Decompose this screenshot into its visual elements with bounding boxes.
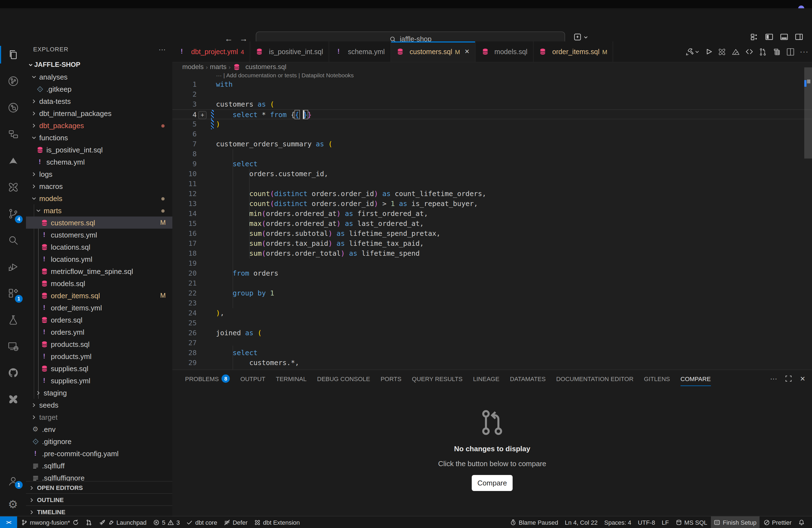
compare-button[interactable]: Compare	[472, 475, 512, 491]
tab-models-sql[interactable]: models.sql	[476, 41, 534, 62]
status-dbt-core[interactable]: dbt core	[184, 516, 220, 528]
tree-item-products-yml[interactable]: !products.yml	[26, 350, 172, 362]
panel-tab-problems[interactable]: PROBLEMS8	[185, 370, 230, 387]
tab-schema-yml[interactable]: !schema.yml	[329, 41, 391, 62]
tree-item-supplies-sql[interactable]: supplies.sql	[26, 362, 172, 375]
editor-scrollbar[interactable]	[804, 62, 812, 369]
section-open-editors[interactable]: OPEN EDITORS	[26, 481, 172, 494]
activity-item-run-and-debug[interactable]	[0, 253, 26, 280]
tab-order-items-sql[interactable]: order_items.sqlM	[534, 41, 613, 62]
panel-more-icon[interactable]: ···	[770, 375, 777, 383]
tab-is-positive-int-sql[interactable]: is_positive_int.sql	[250, 41, 329, 62]
tree-item-staging[interactable]: staging	[26, 386, 172, 399]
panel-tab-terminal[interactable]: TERMINAL	[276, 370, 307, 387]
panel-tab-datamates[interactable]: DATAMATES	[510, 370, 546, 387]
code-line-17[interactable]: 17 sum(orders.tax_paid) as lifetime_tax_…	[172, 239, 812, 249]
activity-item-dbt-lineage-view[interactable]	[0, 68, 26, 94]
tree-item-locations-yml[interactable]: !locations.yml	[26, 253, 172, 265]
activity-item-datapilot-view[interactable]	[0, 147, 26, 174]
tree-item--gitkeep[interactable]: .gitkeep	[26, 83, 172, 95]
panel-tab-lineage[interactable]: LINEAGE	[473, 370, 499, 387]
customize-layout-icon[interactable]	[750, 33, 758, 41]
code-line-10[interactable]: 10 orders.customer_id,	[172, 169, 812, 179]
toggle-primary-sidebar-icon[interactable]	[765, 33, 773, 41]
status-language-mode[interactable]: MS SQL	[673, 516, 710, 528]
status-encoding[interactable]: UTF-8	[635, 516, 658, 528]
tree-item-orders-sql[interactable]: orders.sql	[26, 314, 172, 326]
tree-item--sqlfluff[interactable]: .sqlfluff	[26, 459, 172, 472]
run-icon[interactable]	[704, 47, 713, 56]
tree-item-data-tests[interactable]: data-tests	[26, 95, 172, 107]
code-line-15[interactable]: 15 max(orders.ordered_at) as last_ordere…	[172, 219, 812, 229]
code-line-20[interactable]: 20 from orders	[172, 268, 812, 278]
toggle-secondary-sidebar-icon[interactable]	[795, 33, 803, 41]
activity-item-settings[interactable]: ⚙	[0, 493, 26, 516]
add-action-icon[interactable]: +	[198, 111, 207, 119]
panel-tab-documentation-editor[interactable]: DOCUMENTATION EDITOR	[556, 370, 634, 387]
tree-item--gitignore[interactable]: .gitignore	[26, 435, 172, 448]
more-actions-icon[interactable]: ···	[800, 47, 809, 56]
tree-item-target[interactable]: target	[26, 411, 172, 423]
code-line-22[interactable]: 22 group by 1	[172, 288, 812, 298]
tree-item-orders-yml[interactable]: !orders.yml	[26, 326, 172, 338]
tree-item-products-sql[interactable]: products.sql	[26, 338, 172, 350]
git-compare-action-icon[interactable]	[758, 47, 767, 56]
activity-item-remote-explorer[interactable]	[0, 333, 26, 360]
build-hammer-icon[interactable]	[685, 47, 699, 56]
code-line-23[interactable]: 23	[172, 298, 812, 308]
status-indentation[interactable]: Spaces: 4	[601, 516, 634, 528]
code-line-8[interactable]: 8	[172, 149, 812, 159]
tree-item--sqlfluffignore[interactable]: .sqlfluffignore	[26, 472, 172, 481]
activity-item-explorer[interactable]	[0, 41, 26, 68]
tree-item-locations-sql[interactable]: locations.sql	[26, 241, 172, 253]
tree-item-order-items-sql[interactable]: order_items.sqlM	[26, 289, 172, 302]
tree-item-schema-yml[interactable]: !schema.yml	[26, 156, 172, 168]
breadcrumb-item[interactable]: marts	[210, 63, 227, 71]
panel-tab-compare[interactable]: COMPARE	[681, 370, 711, 387]
status-notifications[interactable]	[795, 516, 808, 528]
code-line-16[interactable]: 16 sum(orders.subtotal) as lifetime_spen…	[172, 229, 812, 239]
code-line-2[interactable]: 2	[172, 89, 812, 99]
code-line-19[interactable]: 19	[172, 259, 812, 268]
status-problems-status[interactable]: 53	[150, 516, 183, 528]
code-line-13[interactable]: 13 count(distinct orders.order_id) > 1 a…	[172, 199, 812, 209]
activity-item-extensions[interactable]: 1	[0, 280, 26, 307]
activity-item-search[interactable]	[0, 227, 26, 253]
tab-dbt-project-yml[interactable]: !dbt_project.yml4	[172, 41, 250, 62]
code-line-4[interactable]: 4+ select * from {{ }}	[172, 109, 812, 119]
code-line-18[interactable]: 18 sum(orders.order_total) as lifetime_s…	[172, 249, 812, 259]
datapilot-icon[interactable]	[731, 47, 740, 56]
activity-item-dbt-power-user-view[interactable]	[0, 174, 26, 201]
activity-item-source-control[interactable]: 4	[0, 201, 26, 227]
copilot-menu[interactable]	[574, 33, 588, 41]
code-line-29[interactable]: 29 customers.*,	[172, 358, 812, 368]
dbt-power-user-icon[interactable]	[717, 47, 726, 56]
activity-item-accounts[interactable]: 1	[0, 469, 26, 493]
code-line-25[interactable]: 25	[172, 318, 812, 328]
tree-item-is-positive-int-sql[interactable]: is_positive_int.sql	[26, 144, 172, 156]
activity-item-dbt-query-view[interactable]	[0, 94, 26, 121]
close-panel-icon[interactable]: ✕	[800, 375, 806, 382]
code-line-3[interactable]: 3customers as (	[172, 99, 812, 109]
codelens-actions[interactable]: ··· | Add documentation or tests | Datap…	[216, 72, 354, 79]
tree-item-metricflow-time-spine-sql[interactable]: metricflow_time_spine.sql	[26, 265, 172, 277]
tree-item-order-items-yml[interactable]: !order_items.yml	[26, 302, 172, 314]
tree-item-models[interactable]: models	[26, 192, 172, 204]
status-launchpad[interactable]: Launchpad	[96, 516, 149, 528]
code-line-5[interactable]: 5)	[172, 119, 812, 129]
section-outline[interactable]: OUTLINE	[26, 493, 172, 506]
code-line-28[interactable]: 28 select	[172, 348, 812, 358]
status-blame-status[interactable]: Blame Paused	[507, 516, 561, 528]
breadcrumb-item[interactable]: models	[182, 63, 204, 71]
status-git-compare-status[interactable]	[83, 516, 95, 528]
tree-item-models-sql[interactable]: models.sql	[26, 277, 172, 289]
status-eol[interactable]: LF	[659, 516, 672, 528]
activity-item-github[interactable]	[0, 360, 26, 386]
panel-tab-debug-console[interactable]: DEBUG CONSOLE	[317, 370, 370, 387]
panel-tab-ports[interactable]: PORTS	[381, 370, 401, 387]
tree-item-marts[interactable]: marts	[26, 204, 172, 217]
code-line-14[interactable]: 14 min(orders.ordered_at) as first_order…	[172, 209, 812, 219]
code-view-icon[interactable]	[745, 47, 753, 56]
code-line-11[interactable]: 11	[172, 179, 812, 189]
code-line-27[interactable]: 27	[172, 338, 812, 348]
